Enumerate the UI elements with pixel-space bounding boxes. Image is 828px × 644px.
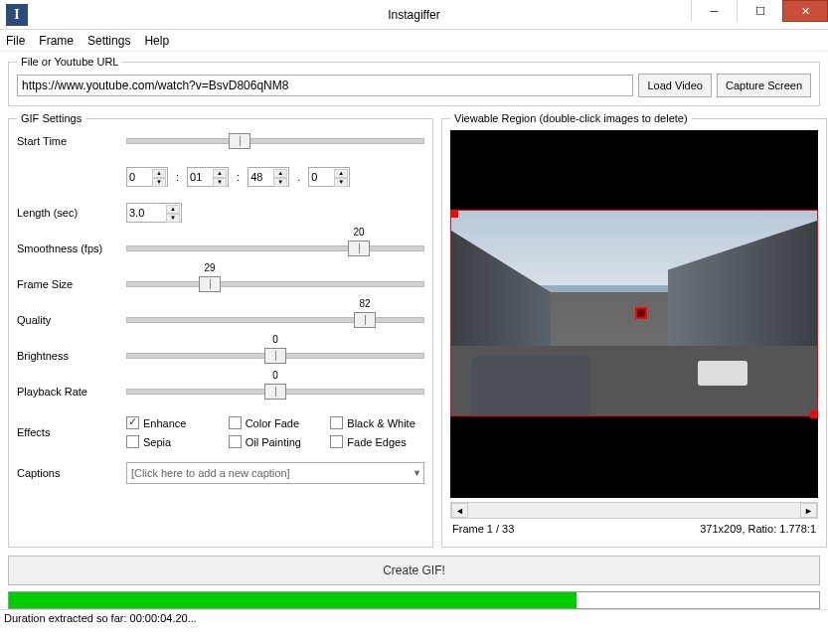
chevron-down-icon: ▼ — [413, 468, 421, 478]
length-input[interactable]: 3.0▲▼ — [126, 203, 182, 223]
create-gif-button[interactable]: Create GIF! — [8, 556, 820, 585]
capture-screen-button[interactable]: Capture Screen — [717, 74, 811, 97]
oil-checkbox[interactable]: Oil Painting — [229, 435, 323, 448]
smoothness-label: Smoothness (fps) — [17, 242, 126, 254]
brightness-slider[interactable]: 0 — [126, 348, 424, 364]
playback-rate-label: Playback Rate — [17, 386, 126, 398]
quality-label: Quality — [17, 314, 126, 326]
time-ms[interactable]: 0▲▼ — [308, 167, 350, 187]
minimize-button[interactable]: ─ — [691, 0, 737, 22]
fade-checkbox[interactable]: Fade Edges — [330, 435, 424, 448]
gif-legend: GIF Settings — [17, 112, 85, 124]
scroll-right-icon[interactable]: ► — [800, 503, 817, 518]
viewable-legend: Viewable Region (double-click images to … — [450, 112, 692, 124]
crop-handle-tl[interactable] — [450, 210, 458, 218]
progress-bar — [8, 591, 820, 609]
status-bar: Duration extracted so far: 00:00:04.20..… — [0, 609, 828, 626]
menu-settings[interactable]: Settings — [87, 34, 130, 48]
frame-scrollbar[interactable]: ◄ ► — [450, 502, 818, 519]
crop-handle-br[interactable] — [810, 410, 818, 418]
maximize-button[interactable]: ☐ — [737, 0, 782, 22]
frame-size-slider[interactable]: 29 — [126, 276, 424, 292]
dimensions-info: 371x209, Ratio: 1.778:1 — [700, 523, 816, 535]
viewable-region-group: Viewable Region (double-click images to … — [441, 112, 827, 548]
quality-slider[interactable]: 82 — [126, 312, 424, 328]
gif-settings-group: GIF Settings Start Time 0▲▼ : 01▲▼ : 48▲… — [8, 112, 433, 548]
url-legend: File or Youtube URL — [17, 56, 122, 68]
playback-rate-slider[interactable]: 0 — [126, 384, 424, 400]
frame-size-label: Frame Size — [17, 278, 126, 290]
smoothness-slider[interactable]: 20 — [126, 241, 424, 256]
start-time-label: Start Time — [17, 135, 126, 147]
brightness-label: Brightness — [17, 350, 126, 362]
selection-marker[interactable] — [635, 307, 647, 319]
menu-file[interactable]: File — [6, 34, 25, 48]
sepia-checkbox[interactable]: Sepia — [126, 435, 221, 448]
time-minutes[interactable]: 01▲▼ — [187, 167, 229, 187]
menu-help[interactable]: Help — [144, 34, 169, 48]
enhance-checkbox[interactable]: Enhance — [126, 416, 221, 429]
frame-counter: Frame 1 / 33 — [452, 523, 514, 535]
url-group: File or Youtube URL Load Video Capture S… — [8, 56, 820, 106]
scroll-left-icon[interactable]: ◄ — [451, 503, 468, 518]
load-video-button[interactable]: Load Video — [638, 74, 711, 97]
app-icon: I — [6, 4, 28, 26]
menu-frame[interactable]: Frame — [39, 34, 74, 48]
titlebar: I Instagiffer ─ ☐ ✕ — [0, 0, 828, 30]
menubar: File Frame Settings Help — [0, 30, 828, 52]
bw-checkbox[interactable]: Black & White — [330, 416, 424, 429]
preview-area[interactable] — [450, 130, 818, 498]
length-label: Length (sec) — [17, 207, 126, 219]
video-frame[interactable] — [450, 210, 818, 416]
effects-label: Effects — [17, 426, 126, 438]
captions-label: Captions — [17, 467, 126, 479]
start-time-slider[interactable] — [126, 133, 424, 149]
time-hours[interactable]: 0▲▼ — [126, 167, 168, 187]
colorfade-checkbox[interactable]: Color Fade — [229, 416, 323, 429]
close-button[interactable]: ✕ — [782, 0, 828, 22]
captions-combo[interactable]: [Click here to add a new caption]▼ — [126, 462, 424, 484]
time-seconds[interactable]: 48▲▼ — [248, 167, 289, 187]
url-input[interactable] — [17, 75, 633, 96]
